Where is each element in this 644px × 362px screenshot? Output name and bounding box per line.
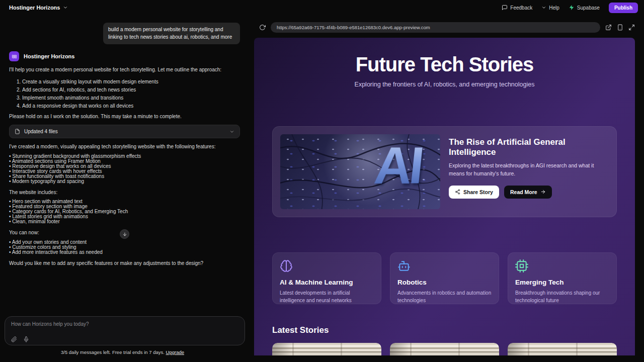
- assistant-name: Hostinger Horizons: [24, 53, 74, 59]
- feature-item: • Modern typography and spacing: [9, 179, 240, 184]
- topbar: Hostinger Horizons Feedback Help Supabas…: [0, 0, 644, 15]
- scroll-to-bottom-button[interactable]: [120, 229, 129, 239]
- chevron-down-icon: [541, 5, 546, 10]
- chevron-down-icon: [229, 129, 234, 134]
- hold-on-text: Please hold on as I work on the solution…: [9, 113, 240, 121]
- open-external-icon[interactable]: [605, 24, 612, 31]
- preview-panel: Future Tech Stories Exploring the fronti…: [254, 15, 644, 362]
- feature-item: • Responsive design that works on all de…: [9, 164, 240, 169]
- feature-item: • Interactive story cards with hover eff…: [9, 169, 240, 174]
- features-list: • Stunning gradient background with glas…: [9, 154, 240, 184]
- topbar-actions: Feedback Help Supabase Publish: [502, 3, 638, 13]
- step-item: Create a visually striking layout with m…: [22, 78, 240, 86]
- featured-story-body: The Rise of Artificial General Intellige…: [440, 134, 609, 209]
- featured-story-card: AI The Rise of Artificial General Intell…: [272, 126, 617, 217]
- url-bar[interactable]: [271, 22, 600, 33]
- approach-steps: Create a visually striking layout with m…: [9, 78, 240, 110]
- created-intro: I've created a modern, visually appealin…: [9, 143, 240, 151]
- chat-input[interactable]: [11, 321, 238, 334]
- arrow-right-icon: [540, 189, 546, 195]
- feedback-button[interactable]: Feedback: [502, 5, 532, 11]
- assistant-intro: I'll help you create a modern personal w…: [9, 66, 240, 74]
- user-message: build a modern personal website for stor…: [103, 23, 240, 44]
- supabase-label: Supabase: [577, 5, 600, 11]
- now-list: • Add your own stories and content • Cus…: [9, 240, 240, 255]
- ai-image-text: AI: [372, 135, 425, 195]
- latest-stories-title: Latest Stories: [272, 325, 617, 335]
- mobile-view-icon[interactable]: [617, 24, 623, 31]
- now-item: • Add your own stories and content: [9, 240, 240, 245]
- chat-input-box: [5, 316, 245, 345]
- quota-row: 3/5 daily messages left. Free trial ends…: [0, 349, 245, 355]
- share-icon: [455, 189, 460, 195]
- step-item: Add sections for AI, robotics, and tech …: [22, 86, 240, 94]
- feature-item: • Stunning gradient background with glas…: [9, 154, 240, 159]
- url-input[interactable]: [277, 25, 594, 30]
- attachment-icon[interactable]: [11, 336, 17, 342]
- includes-list: • Hero section with animated text • Feat…: [9, 199, 240, 224]
- chat-messages: build a modern personal website for stor…: [0, 15, 254, 314]
- category-card-ai[interactable]: AI & Machine Learning Latest development…: [272, 252, 381, 304]
- step-item: Implement smooth animations and transiti…: [22, 94, 240, 102]
- feedback-label: Feedback: [510, 5, 532, 11]
- now-item: • Add more interactive features as neede…: [9, 250, 240, 255]
- category-grid: AI & Machine Learning Latest development…: [272, 252, 617, 304]
- category-description: Breakthrough innovations shaping our tec…: [515, 290, 609, 304]
- workspace-switcher[interactable]: Hostinger Horizons: [9, 5, 68, 11]
- story-image: [390, 343, 499, 355]
- feedback-bubble-icon: [502, 5, 508, 11]
- publish-button[interactable]: Publish: [609, 3, 638, 13]
- share-story-label: Share Story: [463, 189, 493, 195]
- featured-story-title: The Rise of Artificial General Intellige…: [449, 137, 609, 157]
- arrow-down-icon: [122, 232, 127, 237]
- file-icon: [15, 129, 20, 134]
- read-more-label: Read More: [510, 189, 537, 195]
- category-title: Robotics: [397, 279, 492, 286]
- refresh-icon[interactable]: [259, 24, 266, 31]
- preview-site: Future Tech Stories Exploring the fronti…: [254, 53, 635, 355]
- help-menu[interactable]: Help: [541, 5, 559, 11]
- step-item: Add a responsive design that works on al…: [22, 102, 240, 110]
- chat-panel: build a modern personal website for stor…: [0, 15, 254, 362]
- input-toolbar: [11, 336, 238, 342]
- fullscreen-icon[interactable]: [628, 24, 635, 31]
- site-preview-viewport: Future Tech Stories Exploring the fronti…: [254, 38, 635, 355]
- story-card[interactable]: [508, 343, 617, 355]
- site-hero-subtitle: Exploring the frontiers of AI, robotics,…: [272, 81, 617, 88]
- preview-toolbar: [254, 15, 644, 38]
- includes-title: The website includes:: [9, 189, 240, 197]
- chevron-down-icon: [63, 5, 68, 10]
- featured-story-image: AI: [280, 134, 440, 209]
- help-label: Help: [549, 5, 559, 11]
- feature-item: • Share functionality with toast notific…: [9, 174, 240, 179]
- story-card[interactable]: [272, 343, 381, 355]
- supabase-button[interactable]: Supabase: [569, 5, 600, 11]
- app-title: Hostinger Horizons: [9, 5, 60, 11]
- assistant-header: Hostinger Horizons: [9, 51, 240, 61]
- featured-story-description: Exploring the latest breakthroughs in AG…: [449, 162, 605, 178]
- assistant-question: Would you like me to add any specific fe…: [9, 260, 240, 267]
- story-image: [272, 343, 381, 355]
- brain-icon: [280, 259, 374, 273]
- include-item: • Clean, minimal footer: [9, 219, 240, 224]
- updated-files-accordion[interactable]: Updated 4 files: [9, 125, 240, 138]
- category-card-robotics[interactable]: Robotics Advancements in robotics and au…: [390, 252, 499, 304]
- read-more-button[interactable]: Read More: [504, 186, 552, 199]
- site-hero-title: Future Tech Stories: [272, 53, 617, 76]
- category-title: Emerging Tech: [515, 279, 609, 286]
- cpu-icon: [515, 259, 609, 273]
- share-story-button[interactable]: Share Story: [449, 186, 499, 199]
- category-card-emerging-tech[interactable]: Emerging Tech Breakthrough innovations s…: [508, 252, 617, 304]
- story-card[interactable]: [390, 343, 499, 355]
- feature-item: • Animated sections using Framer Motion: [9, 159, 240, 164]
- latest-stories-grid: [272, 343, 617, 355]
- updated-files-label: Updated 4 files: [24, 129, 225, 134]
- quota-text: 3/5 daily messages left. Free trial ends…: [61, 349, 165, 355]
- upgrade-link[interactable]: Upgrade: [166, 349, 184, 355]
- microphone-icon[interactable]: [23, 336, 29, 342]
- horizons-logo-icon: [9, 51, 19, 61]
- now-item: • Customize colors and styling: [9, 245, 240, 250]
- supabase-icon: [569, 5, 575, 11]
- category-title: AI & Machine Learning: [280, 279, 374, 286]
- featured-story-actions: Share Story Read More: [449, 186, 609, 199]
